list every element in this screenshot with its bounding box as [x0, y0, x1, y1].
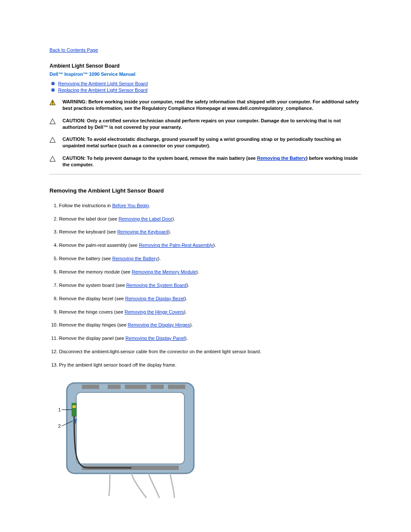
- svg-rect-9: [108, 385, 121, 389]
- step-link[interactable]: Removing the Label Door: [118, 216, 172, 221]
- warning-icon: [50, 99, 62, 107]
- back-link-row: Back to Contents Page: [50, 47, 361, 53]
- step-link[interactable]: Removing the Hinge Covers: [125, 309, 184, 314]
- step-6: Remove the memory module (see Removing t…: [59, 269, 361, 275]
- step-7: Remove the system board (see Removing th…: [59, 282, 361, 289]
- step-pre: Remove the display bezel (see: [59, 296, 125, 301]
- svg-marker-3: [50, 118, 56, 124]
- svg-rect-8: [82, 385, 99, 389]
- svg-marker-4: [50, 137, 56, 143]
- caution-text-3: CAUTION: To help prevent damage to the s…: [62, 155, 361, 168]
- step-pre: Remove the hinge covers (see: [59, 309, 125, 314]
- step-post: ).: [213, 243, 216, 248]
- step-9: Remove the hinge covers (see Removing th…: [59, 309, 361, 315]
- caution-icon: [50, 118, 62, 126]
- step-13: Pry the ambient light sensor board off t…: [59, 362, 361, 368]
- toc-item: Removing the Ambient Light Sensor Board: [58, 81, 361, 86]
- callout-1: 1: [58, 407, 61, 412]
- step-1: Follow the instructions in Before You Be…: [59, 202, 361, 209]
- step-link[interactable]: Removing the Keyboard: [117, 229, 168, 234]
- caution-notice-2: CAUTION: To avoid electrostatic discharg…: [50, 136, 361, 149]
- step-pre: Remove the display hinges (see: [59, 322, 128, 327]
- svg-rect-7: [76, 392, 184, 464]
- step-link[interactable]: Removing the Palm-Rest Assembly: [139, 243, 213, 248]
- toc-list: Removing the Ambient Light Sensor Board …: [50, 81, 361, 93]
- step-link[interactable]: Removing the System Board: [126, 283, 187, 288]
- step-3: Remove the keyboard (see Removing the Ke…: [59, 229, 361, 235]
- steps-list: Follow the instructions in Before You Be…: [50, 202, 361, 368]
- step-post: ).: [196, 269, 199, 274]
- figure: 1 2: [58, 380, 361, 500]
- svg-marker-5: [50, 156, 56, 162]
- caution-body-1: Only a certified service technician shou…: [62, 118, 341, 130]
- warning-lead: WARNING:: [62, 99, 88, 104]
- svg-rect-10: [125, 385, 146, 389]
- step-post: ).: [185, 336, 188, 341]
- step-pre: Pry the ambient light sensor board off t…: [59, 362, 177, 367]
- display-frame-diagram: 1 2: [58, 380, 200, 500]
- step-pre: Remove the battery (see: [59, 256, 112, 261]
- page-root: Back to Contents Page Ambient Light Sens…: [0, 0, 411, 517]
- caution-notice-1: CAUTION: Only a certified service techni…: [50, 118, 361, 131]
- step-pre: Remove the memory module (see: [59, 269, 132, 274]
- step-11: Remove the display panel (see Removing t…: [59, 335, 361, 342]
- warning-notice: WARNING: Before working inside your comp…: [50, 99, 361, 112]
- step-link[interactable]: Removing the Display Panel: [125, 336, 185, 341]
- step-post: ).: [184, 309, 187, 314]
- svg-rect-1: [52, 101, 53, 103]
- caution-icon: [50, 136, 62, 145]
- caution-prefix-3: To help prevent damage to the system boa…: [87, 156, 257, 161]
- caution-text-2: CAUTION: To avoid electrostatic discharg…: [62, 136, 361, 149]
- toc-link-remove[interactable]: Removing the Ambient Light Sensor Board: [58, 81, 148, 86]
- caution-lead-1: CAUTION:: [62, 118, 87, 123]
- caution-link-3[interactable]: Removing the Battery: [257, 156, 306, 161]
- divider: [50, 174, 361, 174]
- manual-subtitle: Dell™ Inspiron™ 1090 Service Manual: [50, 72, 361, 77]
- caution-icon: [50, 155, 62, 164]
- warning-body: Before working inside your computer, rea…: [62, 99, 359, 111]
- step-pre: Remove the keyboard (see: [59, 229, 117, 234]
- step-post: ).: [168, 229, 171, 234]
- step-post: .: [149, 203, 150, 208]
- callout-2: 2: [58, 423, 61, 429]
- step-12: Disconnect the ambient-light-sensor cabl…: [59, 348, 361, 355]
- step-4: Remove the palm-rest assembly (see Remov…: [59, 242, 361, 249]
- step-post: ).: [190, 322, 193, 327]
- step-8: Remove the display bezel (see Removing t…: [59, 296, 361, 302]
- step-link[interactable]: Removing the Memory Module: [132, 269, 196, 274]
- step-post: ).: [172, 216, 175, 221]
- step-10: Remove the display hinges (see Removing …: [59, 322, 361, 328]
- step-pre: Remove the label door (see: [59, 216, 118, 221]
- caution-notice-3: CAUTION: To help prevent damage to the s…: [50, 155, 361, 168]
- toc-link-replace[interactable]: Replacing the Ambient Light Sensor Board: [58, 87, 147, 93]
- svg-rect-11: [151, 385, 164, 389]
- step-pre: Remove the palm-rest assembly (see: [59, 243, 139, 248]
- caution-body-2: To avoid electrostatic discharge, ground…: [62, 137, 341, 148]
- step-link[interactable]: Removing the Battery: [112, 256, 158, 261]
- svg-rect-2: [52, 104, 53, 104]
- toc-item: Replacing the Ambient Light Sensor Board: [58, 87, 361, 93]
- page-title: Ambient Light Sensor Board: [50, 63, 361, 69]
- step-pre: Follow the instructions in: [59, 203, 112, 208]
- warning-text: WARNING: Before working inside your comp…: [62, 99, 361, 112]
- step-pre: Disconnect the ambient-light-sensor cabl…: [59, 349, 261, 354]
- step-link[interactable]: Before You Begin: [112, 203, 149, 208]
- step-post: ).: [184, 296, 187, 301]
- step-post: ).: [158, 256, 161, 261]
- step-2: Remove the label door (see Removing the …: [59, 216, 361, 222]
- back-to-contents-link[interactable]: Back to Contents Page: [50, 47, 98, 53]
- step-link[interactable]: Removing the Display Bezel: [125, 296, 184, 301]
- svg-rect-14: [72, 403, 76, 416]
- svg-rect-15: [72, 405, 76, 408]
- step-link[interactable]: Removing the Display Hinges: [128, 322, 190, 327]
- step-5: Remove the battery (see Removing the Bat…: [59, 255, 361, 262]
- caution-lead-2: CAUTION:: [62, 137, 87, 142]
- section-heading: Removing the Ambient Light Sensor Board: [50, 187, 361, 194]
- step-pre: Remove the display panel (see: [59, 336, 125, 341]
- step-post: ).: [187, 283, 190, 288]
- step-pre: Remove the system board (see: [59, 283, 126, 288]
- caution-text-1: CAUTION: Only a certified service techni…: [62, 118, 361, 131]
- caution-lead-3: CAUTION:: [62, 156, 87, 161]
- svg-rect-12: [168, 385, 185, 389]
